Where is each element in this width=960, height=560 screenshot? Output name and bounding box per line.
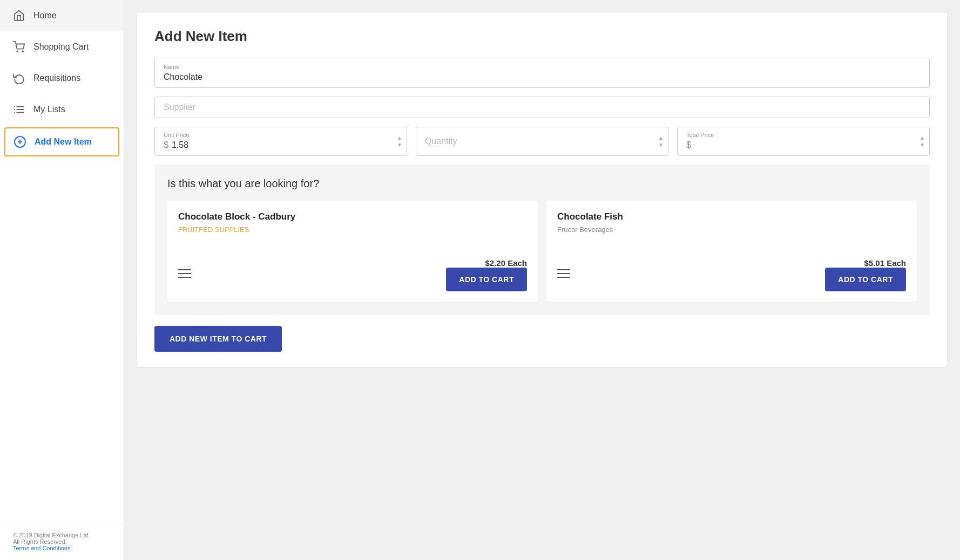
- shopping-cart-icon: [13, 41, 25, 53]
- unit-price-label: Unit Price: [164, 132, 190, 138]
- suggestion-price-1: $2.20 Each: [446, 258, 527, 268]
- suggestions-section: Is this what you are looking for? Chocol…: [154, 165, 930, 315]
- quantity-input[interactable]: [425, 136, 659, 146]
- sidebar-item-my-lists[interactable]: My Lists: [0, 94, 124, 125]
- suggestion-card-2: Chocolate Fish Frucor Beverages $5: [546, 201, 917, 302]
- home-icon: [13, 10, 25, 22]
- total-price-currency: $: [686, 140, 691, 150]
- suggestions-title: Is this what you are looking for?: [167, 177, 917, 190]
- unit-price-input[interactable]: [172, 140, 398, 150]
- suggestion-price-2: $5.01 Each: [825, 258, 906, 268]
- suggestion-name-1: Chocolate Block - Cadbury: [178, 211, 527, 222]
- sidebar-nav: Home Shopping Cart Requisitions: [0, 0, 124, 523]
- sidebar-item-shopping-cart[interactable]: Shopping Cart: [0, 31, 124, 63]
- terms-link[interactable]: Terms and Conditions: [13, 545, 70, 551]
- sidebar-footer: © 2019 Digital Exchange Ltd. All Rights …: [0, 523, 124, 560]
- quantity-field: ▲ ▼: [416, 127, 668, 156]
- supplier-field: [154, 97, 930, 118]
- suggestion-supplier-1: FRUITFED SUPPLIES: [178, 226, 527, 234]
- content-card: Add New Item Name Unit Price $ ▲ ▼: [137, 13, 947, 367]
- add-new-item-icon: +: [14, 136, 26, 148]
- list-details-icon-1[interactable]: [178, 268, 191, 282]
- name-field: Name: [154, 58, 930, 88]
- suggestion-footer-1: $2.20 Each ADD TO CART: [178, 258, 527, 291]
- price-row: Unit Price $ ▲ ▼ ▲ ▼ Total Price $: [154, 127, 930, 156]
- total-price-field: Total Price $ ▲ ▼: [677, 127, 930, 156]
- sidebar-item-label-add-new-item: Add New Item: [35, 137, 92, 147]
- plus-circle-icon: +: [14, 136, 26, 148]
- suggestion-card-1: Chocolate Block - Cadbury FRUITFED SUPPL…: [167, 201, 538, 302]
- suggestion-footer-2: $5.01 Each ADD TO CART: [557, 258, 906, 291]
- suggestion-supplier-2: Frucor Beverages: [557, 226, 906, 234]
- unit-price-currency: $: [164, 140, 168, 150]
- add-to-cart-button-2[interactable]: ADD TO CART: [825, 268, 906, 291]
- quantity-spinner[interactable]: ▲ ▼: [658, 135, 664, 148]
- unit-price-spinner[interactable]: ▲ ▼: [397, 135, 402, 148]
- my-lists-icon: [13, 104, 25, 115]
- sidebar-item-home[interactable]: Home: [0, 0, 124, 31]
- bottom-actions: ADD NEW ITEM TO CART: [154, 315, 930, 352]
- requisitions-icon: [13, 72, 25, 84]
- total-price-input[interactable]: [694, 140, 921, 150]
- svg-point-0: [17, 51, 18, 52]
- sidebar-item-requisitions[interactable]: Requisitions: [0, 63, 124, 94]
- page-title: Add New Item: [154, 28, 930, 45]
- suggestions-grid: Chocolate Block - Cadbury FRUITFED SUPPL…: [167, 201, 917, 302]
- total-price-label: Total Price: [686, 132, 714, 138]
- list-details-icon-2[interactable]: [557, 268, 570, 282]
- unit-price-field: Unit Price $ ▲ ▼: [154, 127, 407, 156]
- main-content: Add New Item Name Unit Price $ ▲ ▼: [124, 0, 960, 560]
- sidebar-item-add-new-item[interactable]: + Add New Item: [4, 127, 119, 156]
- sidebar-item-label-home: Home: [33, 11, 57, 21]
- sidebar-item-label-my-lists: My Lists: [33, 105, 65, 114]
- sidebar: Home Shopping Cart Requisitions: [0, 0, 124, 560]
- rights-text: All Rights Reserved.: [13, 538, 111, 545]
- name-input[interactable]: [164, 72, 921, 82]
- copyright-text: © 2019 Digital Exchange Ltd.: [13, 532, 111, 538]
- supplier-input[interactable]: [164, 103, 921, 112]
- svg-point-1: [22, 51, 23, 52]
- suggestion-name-2: Chocolate Fish: [557, 211, 906, 222]
- name-field-label: Name: [164, 64, 921, 70]
- add-to-cart-button-1[interactable]: ADD TO CART: [446, 268, 527, 291]
- sidebar-item-label-cart: Shopping Cart: [33, 42, 89, 52]
- total-price-spinner[interactable]: ▲ ▼: [920, 135, 925, 148]
- sidebar-item-label-requisitions: Requisitions: [33, 73, 80, 83]
- add-new-item-to-cart-button[interactable]: ADD NEW ITEM TO CART: [154, 326, 282, 352]
